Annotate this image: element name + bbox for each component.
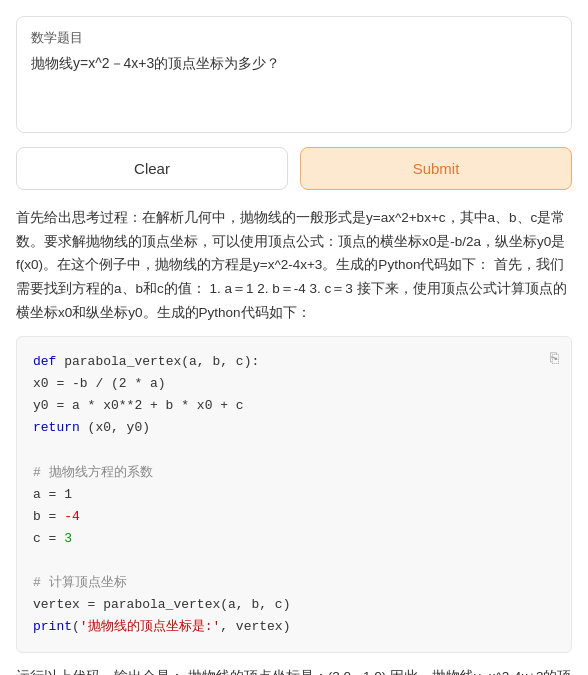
code-block: ⎘ def parabola_vertex(a, b, c): x0 = -b …: [16, 336, 572, 653]
code-line-3: y0 = a * x0**2 + b * x0 + c: [33, 395, 555, 417]
button-row: Clear Submit: [16, 147, 572, 190]
code-line-blank2: [33, 550, 555, 572]
code-line-c: c = 3: [33, 528, 555, 550]
math-input-section: 数学题目: [16, 16, 572, 133]
code-line-vertex: vertex = parabola_vertex(a, b, c): [33, 594, 555, 616]
code-line-a: a = 1: [33, 484, 555, 506]
code-line-4: return (x0, y0): [33, 417, 555, 439]
code-line-blank1: [33, 440, 555, 462]
code-line-2: x0 = -b / (2 * a): [33, 373, 555, 395]
code-line-comment1: # 抛物线方程的系数: [33, 462, 555, 484]
submit-button[interactable]: Submit: [300, 147, 572, 190]
code-line-b: b = -4: [33, 506, 555, 528]
clear-button[interactable]: Clear: [16, 147, 288, 190]
code-line-1: def parabola_vertex(a, b, c):: [33, 351, 555, 373]
input-label: 数学题目: [31, 29, 557, 47]
description-text: 首先给出思考过程：在解析几何中，抛物线的一般形式是y=ax^2+bx+c，其中a…: [16, 206, 572, 324]
math-input[interactable]: [31, 55, 557, 119]
code-line-print: print('抛物线的顶点坐标是:', vertex): [33, 616, 555, 638]
result-text: 运行以上代码，输出会是： 抛物线的顶点坐标是：(2.0, -1.0) 因此，抛物…: [16, 665, 572, 675]
copy-icon[interactable]: ⎘: [550, 347, 559, 373]
code-line-comment2: # 计算顶点坐标: [33, 572, 555, 594]
